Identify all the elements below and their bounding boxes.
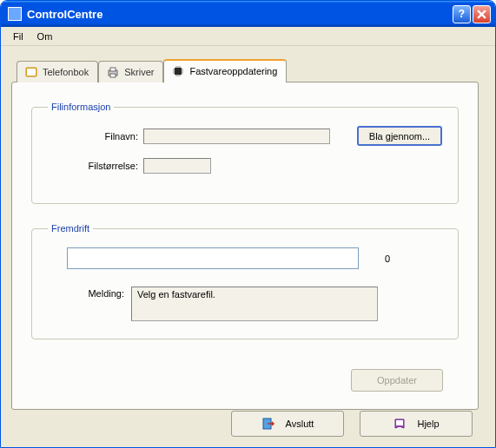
tab-label: Skriver: [124, 67, 154, 77]
message-label: Melding:: [48, 287, 131, 299]
svg-rect-4: [110, 74, 116, 77]
tab-panel-firmware: Filinformasjon Filnavn: Bla gjennom... F…: [11, 82, 479, 410]
filename-label: Filnavn:: [48, 131, 143, 142]
fileinfo-group: Filinformasjon Filnavn: Bla gjennom... F…: [31, 102, 459, 204]
menu-file[interactable]: Fil: [6, 30, 30, 43]
exit-button[interactable]: Avslutt: [231, 411, 344, 437]
exit-icon: [261, 417, 275, 431]
menubar: Fil Om: [1, 27, 495, 46]
filesize-label: Filstørrelse:: [48, 161, 143, 171]
exit-button-label: Avslutt: [286, 418, 314, 429]
svg-rect-7: [396, 420, 403, 425]
window-title: ControlCentre: [27, 8, 453, 21]
titlebar-help-button[interactable]: ?: [453, 5, 471, 23]
browse-button[interactable]: Bla gjennom...: [357, 126, 442, 146]
update-button-label: Oppdater: [377, 375, 417, 385]
progress-bar: [67, 247, 359, 269]
browse-button-label: Bla gjennom...: [369, 131, 430, 142]
message-field: Velg en fastvarefil.: [131, 287, 378, 321]
svg-rect-5: [175, 68, 182, 75]
titlebar-close-button[interactable]: [473, 5, 491, 23]
chip-icon: [171, 64, 185, 78]
tabstrip: Telefonbok Skriver Fastvareoppdatering: [17, 58, 485, 82]
tab-phonebook[interactable]: Telefonbok: [17, 61, 98, 82]
progress-value: 0: [385, 254, 390, 264]
help-book-icon: [393, 417, 407, 431]
message-text: Velg en fastvarefil.: [137, 289, 215, 300]
window: ControlCentre ? Fil Om Telefonbok Skriv: [0, 0, 496, 448]
svg-rect-3: [110, 68, 116, 71]
titlebar: ControlCentre ?: [1, 1, 495, 27]
update-button: Oppdater: [351, 369, 443, 392]
client-area: Telefonbok Skriver Fastvareoppdatering F…: [1, 46, 495, 447]
menu-about[interactable]: Om: [30, 30, 60, 43]
tab-printer[interactable]: Skriver: [98, 61, 163, 82]
book-icon: [24, 65, 38, 79]
filename-field: [143, 128, 330, 144]
printer-icon: [106, 65, 120, 79]
svg-rect-1: [27, 69, 36, 76]
tab-label: Fastvareoppdatering: [189, 66, 277, 76]
progress-group: Fremdrift 0 Melding: Velg en fastvarefil…: [31, 223, 459, 339]
progress-legend: Fremdrift: [48, 223, 93, 234]
help-button[interactable]: Hjelp: [360, 411, 473, 437]
bottom-button-bar: Avslutt Hjelp: [231, 411, 473, 437]
app-icon: [8, 7, 22, 21]
fileinfo-legend: Filinformasjon: [48, 102, 114, 112]
tab-label: Telefonbok: [43, 67, 89, 77]
help-button-label: Hjelp: [417, 418, 439, 429]
filesize-field: [143, 158, 211, 174]
tab-firmware[interactable]: Fastvareoppdatering: [163, 59, 287, 82]
